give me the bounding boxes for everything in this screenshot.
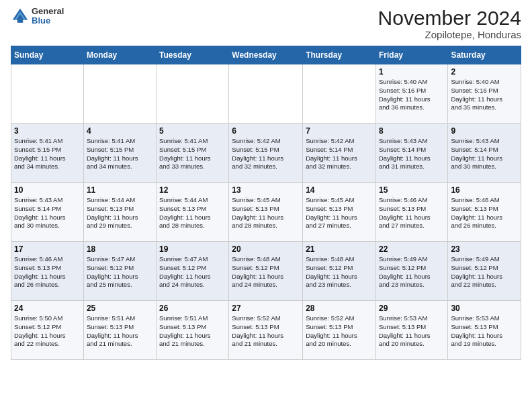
calendar-day-cell: 8Sunrise: 5:43 AM Sunset: 5:14 PM Daylig… (375, 124, 447, 183)
day-number: 18 (87, 244, 153, 254)
day-info: Sunrise: 5:42 AM Sunset: 5:14 PM Dayligh… (306, 137, 373, 171)
calendar-day-cell (229, 64, 303, 124)
day-info: Sunrise: 5:45 AM Sunset: 5:13 PM Dayligh… (306, 196, 373, 230)
day-number: 13 (232, 185, 300, 195)
calendar-day-cell: 10Sunrise: 5:43 AM Sunset: 5:14 PM Dayli… (11, 183, 84, 242)
day-info: Sunrise: 5:45 AM Sunset: 5:13 PM Dayligh… (232, 196, 300, 230)
day-number: 7 (306, 126, 373, 136)
calendar-day-cell (303, 64, 376, 124)
calendar-day-cell: 9Sunrise: 5:43 AM Sunset: 5:14 PM Daylig… (448, 124, 521, 183)
day-number: 16 (451, 185, 518, 195)
day-info: Sunrise: 5:47 AM Sunset: 5:12 PM Dayligh… (87, 255, 153, 289)
calendar-day-cell: 7Sunrise: 5:42 AM Sunset: 5:14 PM Daylig… (303, 124, 376, 183)
day-info: Sunrise: 5:50 AM Sunset: 5:12 PM Dayligh… (14, 314, 81, 349)
calendar-header-cell: Thursday (303, 46, 376, 64)
day-info: Sunrise: 5:41 AM Sunset: 5:15 PM Dayligh… (87, 137, 153, 171)
day-info: Sunrise: 5:43 AM Sunset: 5:14 PM Dayligh… (451, 137, 518, 171)
logo-blue: Blue (32, 16, 64, 26)
calendar-day-cell: 19Sunrise: 5:47 AM Sunset: 5:12 PM Dayli… (157, 242, 229, 301)
day-number: 20 (232, 244, 300, 254)
day-info: Sunrise: 5:40 AM Sunset: 5:16 PM Dayligh… (379, 78, 445, 112)
day-info: Sunrise: 5:46 AM Sunset: 5:13 PM Dayligh… (14, 255, 81, 289)
calendar-day-cell (83, 64, 156, 124)
day-number: 12 (159, 185, 226, 195)
day-number: 14 (306, 185, 373, 195)
day-info: Sunrise: 5:48 AM Sunset: 5:12 PM Dayligh… (232, 255, 300, 289)
day-info: Sunrise: 5:46 AM Sunset: 5:13 PM Dayligh… (451, 196, 518, 230)
calendar-day-cell: 2Sunrise: 5:40 AM Sunset: 5:16 PM Daylig… (448, 64, 521, 124)
calendar-header: SundayMondayTuesdayWednesdayThursdayFrid… (11, 46, 521, 64)
calendar-day-cell: 21Sunrise: 5:48 AM Sunset: 5:12 PM Dayli… (303, 242, 376, 301)
day-info: Sunrise: 5:47 AM Sunset: 5:12 PM Dayligh… (159, 255, 226, 289)
calendar-day-cell: 24Sunrise: 5:50 AM Sunset: 5:12 PM Dayli… (11, 301, 84, 360)
day-number: 30 (451, 304, 518, 313)
calendar-day-cell: 26Sunrise: 5:51 AM Sunset: 5:13 PM Dayli… (157, 301, 229, 360)
calendar-day-cell: 29Sunrise: 5:53 AM Sunset: 5:13 PM Dayli… (375, 301, 447, 360)
day-info: Sunrise: 5:41 AM Sunset: 5:15 PM Dayligh… (159, 137, 226, 171)
page-subtitle: Zopilotepe, Honduras (378, 29, 521, 40)
day-info: Sunrise: 5:52 AM Sunset: 5:13 PM Dayligh… (306, 314, 373, 349)
logo-text: General Blue (32, 7, 64, 26)
calendar-day-cell: 17Sunrise: 5:46 AM Sunset: 5:13 PM Dayli… (11, 242, 84, 301)
day-info: Sunrise: 5:41 AM Sunset: 5:15 PM Dayligh… (14, 137, 81, 171)
day-number: 6 (232, 126, 300, 136)
header: General Blue November 2024 Zopilotepe, H… (11, 7, 521, 40)
calendar-header-cell: Monday (83, 46, 156, 64)
calendar-header-row: SundayMondayTuesdayWednesdayThursdayFrid… (11, 46, 521, 64)
calendar-week-row: 1Sunrise: 5:40 AM Sunset: 5:16 PM Daylig… (11, 64, 521, 124)
day-info: Sunrise: 5:44 AM Sunset: 5:13 PM Dayligh… (87, 196, 153, 230)
day-number: 5 (159, 126, 226, 136)
day-info: Sunrise: 5:44 AM Sunset: 5:13 PM Dayligh… (159, 196, 226, 230)
day-info: Sunrise: 5:49 AM Sunset: 5:12 PM Dayligh… (451, 255, 518, 289)
day-number: 26 (159, 304, 226, 313)
day-info: Sunrise: 5:43 AM Sunset: 5:14 PM Dayligh… (14, 196, 81, 230)
calendar-day-cell: 23Sunrise: 5:49 AM Sunset: 5:12 PM Dayli… (448, 242, 521, 301)
calendar-day-cell: 3Sunrise: 5:41 AM Sunset: 5:15 PM Daylig… (11, 124, 84, 183)
calendar-day-cell (11, 64, 84, 124)
logo: General Blue (11, 7, 64, 26)
day-number: 29 (379, 304, 445, 313)
day-number: 10 (14, 185, 81, 195)
day-number: 21 (306, 244, 373, 254)
day-number: 24 (14, 304, 81, 313)
calendar-day-cell: 16Sunrise: 5:46 AM Sunset: 5:13 PM Dayli… (448, 183, 521, 242)
calendar-day-cell: 22Sunrise: 5:49 AM Sunset: 5:12 PM Dayli… (375, 242, 447, 301)
calendar-week-row: 24Sunrise: 5:50 AM Sunset: 5:12 PM Dayli… (11, 301, 521, 360)
day-number: 1 (379, 67, 445, 77)
day-number: 22 (379, 244, 445, 254)
calendar-week-row: 17Sunrise: 5:46 AM Sunset: 5:13 PM Dayli… (11, 242, 521, 301)
day-info: Sunrise: 5:49 AM Sunset: 5:12 PM Dayligh… (379, 255, 445, 289)
calendar-day-cell: 6Sunrise: 5:42 AM Sunset: 5:15 PM Daylig… (229, 124, 303, 183)
logo-general: General (32, 7, 64, 16)
page-title: November 2024 (378, 7, 521, 29)
day-number: 4 (87, 126, 153, 136)
day-info: Sunrise: 5:51 AM Sunset: 5:13 PM Dayligh… (159, 314, 226, 349)
day-number: 15 (379, 185, 445, 195)
calendar-day-cell: 25Sunrise: 5:51 AM Sunset: 5:13 PM Dayli… (83, 301, 156, 360)
calendar-day-cell: 18Sunrise: 5:47 AM Sunset: 5:12 PM Dayli… (83, 242, 156, 301)
calendar-day-cell: 15Sunrise: 5:46 AM Sunset: 5:13 PM Dayli… (375, 183, 447, 242)
day-number: 2 (451, 67, 518, 77)
day-info: Sunrise: 5:52 AM Sunset: 5:13 PM Dayligh… (232, 314, 300, 349)
calendar-body: 1Sunrise: 5:40 AM Sunset: 5:16 PM Daylig… (11, 64, 521, 360)
calendar-day-cell: 27Sunrise: 5:52 AM Sunset: 5:13 PM Dayli… (229, 301, 303, 360)
calendar-week-row: 3Sunrise: 5:41 AM Sunset: 5:15 PM Daylig… (11, 124, 521, 183)
day-info: Sunrise: 5:42 AM Sunset: 5:15 PM Dayligh… (232, 137, 300, 171)
day-info: Sunrise: 5:53 AM Sunset: 5:13 PM Dayligh… (379, 314, 445, 349)
calendar-header-cell: Friday (375, 46, 447, 64)
day-number: 17 (14, 244, 81, 254)
calendar-header-cell: Sunday (11, 46, 84, 64)
calendar-day-cell: 1Sunrise: 5:40 AM Sunset: 5:16 PM Daylig… (375, 64, 447, 124)
day-number: 8 (379, 126, 445, 136)
day-info: Sunrise: 5:48 AM Sunset: 5:12 PM Dayligh… (306, 255, 373, 289)
day-info: Sunrise: 5:43 AM Sunset: 5:14 PM Dayligh… (379, 137, 445, 171)
calendar-header-cell: Tuesday (157, 46, 229, 64)
day-info: Sunrise: 5:53 AM Sunset: 5:13 PM Dayligh… (451, 314, 518, 349)
day-number: 11 (87, 185, 153, 195)
day-number: 9 (451, 126, 518, 136)
calendar-header-cell: Wednesday (229, 46, 303, 64)
logo-icon (11, 7, 30, 26)
calendar-day-cell: 14Sunrise: 5:45 AM Sunset: 5:13 PM Dayli… (303, 183, 376, 242)
day-number: 25 (87, 304, 153, 313)
calendar-day-cell: 13Sunrise: 5:45 AM Sunset: 5:13 PM Dayli… (229, 183, 303, 242)
